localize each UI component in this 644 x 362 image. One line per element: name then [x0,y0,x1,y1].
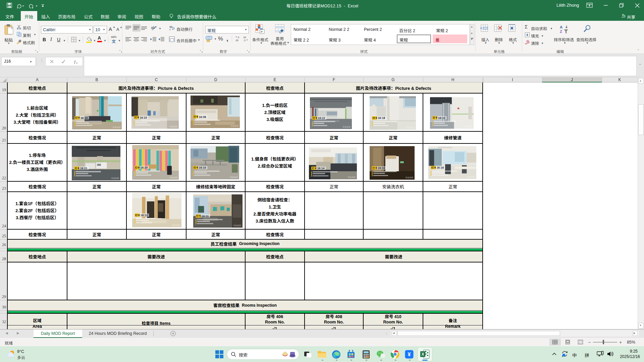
svg-text:16:10: 16:10 [199,166,206,169]
svg-text:打卡: 打卡 [135,166,140,169]
svg-text:16:11: 16:11 [202,215,209,218]
svg-text:今日水印: 今日水印 [172,224,180,226]
svg-text:今日水印: 今日水印 [347,176,356,178]
svg-text:今日水印: 今日水印 [169,176,177,179]
svg-text:今日水印: 今日水印 [111,177,119,179]
svg-text:16:10: 16:10 [140,116,147,119]
svg-text:今日水印: 今日水印 [407,126,415,129]
svg-text:.0: .0 [244,39,246,42]
svg-text:打卡: 打卡 [75,167,80,170]
svg-text:16:16: 16:16 [437,166,444,169]
svg-text:A: A [560,25,562,29]
svg-text:打卡: 打卡 [135,214,140,217]
svg-text:打卡: 打卡 [431,166,436,169]
svg-text:今日水印: 今日水印 [233,224,241,227]
svg-text:打卡: 打卡 [313,117,318,120]
svg-text:.0: .0 [237,36,239,39]
svg-text:16:18: 16:18 [378,116,385,120]
svg-text:X: X [421,352,424,357]
svg-text:今日水印: 今日水印 [230,125,238,127]
svg-text:打卡: 打卡 [194,166,199,169]
svg-text:打卡: 打卡 [194,115,199,118]
svg-text:16:14: 16:14 [317,167,325,170]
svg-text:≠: ≠ [261,30,263,34]
svg-text:16:09: 16:09 [199,115,206,119]
svg-text:打卡: 打卡 [433,116,438,119]
svg-text:.00: .00 [235,39,238,42]
svg-text:16:10: 16:10 [80,116,88,120]
svg-text:今日水印: 今日水印 [230,176,238,178]
svg-text:打卡: 打卡 [196,215,201,218]
svg-text:16:22: 16:22 [438,116,445,120]
svg-text:x: x [76,61,77,64]
svg-text:16:12: 16:12 [141,214,148,217]
svg-text:打卡: 打卡 [372,117,377,120]
svg-text:打卡: 打卡 [75,116,80,119]
svg-text:16:16: 16:16 [378,166,385,170]
svg-text:今日水印: 今日水印 [169,125,177,128]
svg-text:今日水印: 今日水印 [112,126,120,128]
svg-text:16:22: 16:22 [318,116,325,120]
svg-text:打卡: 打卡 [372,167,378,170]
svg-text:c: c [169,28,171,31]
svg-text:打卡: 打卡 [312,167,317,170]
svg-text:16:20: 16:20 [140,166,148,169]
svg-text:今日水印: 今日水印 [405,176,413,179]
svg-text:打卡: 打卡 [135,116,140,119]
svg-text:¥: ¥ [408,352,411,357]
svg-text:.00: .00 [243,36,246,39]
svg-text:今日水印: 今日水印 [342,126,351,128]
svg-text:16:21: 16:21 [80,167,88,170]
svg-text:今日水印: 今日水印 [464,125,472,128]
svg-text:今日水印: 今日水印 [467,176,475,178]
svg-text:Z: Z [560,29,562,34]
svg-text:ab: ab [151,25,155,29]
